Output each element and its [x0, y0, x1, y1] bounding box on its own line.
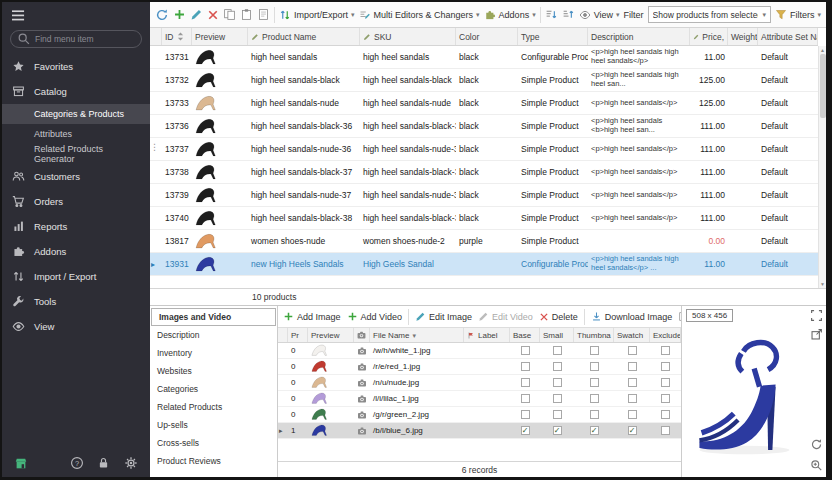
col-type[interactable]: Type — [518, 28, 588, 45]
set-resize-rule-button[interactable]: Set Resize Rule — [678, 311, 681, 322]
sidebar-item-categories-products[interactable]: Categories & Products — [2, 104, 150, 124]
products-scrollbar[interactable]: ▲ ▼ — [818, 46, 826, 288]
checkbox[interactable] — [661, 394, 670, 403]
col-color[interactable]: Color — [456, 28, 518, 45]
checkbox[interactable]: ✓ — [553, 426, 562, 435]
image-row[interactable]: ▸ 1 /b/l/blue_6.jpg ✓ ✓ ✓ ✓ — [278, 423, 681, 439]
sidebar-item-import-export[interactable]: Import / Export — [2, 264, 150, 289]
image-row[interactable]: 0 /w/h/white_1.jpg — [278, 343, 681, 359]
tab-categories[interactable]: Categories — [150, 380, 277, 398]
sidebar-item-customers[interactable]: Customers — [2, 164, 150, 189]
gear-icon[interactable] — [124, 456, 138, 470]
product-row[interactable]: 13733 high heel sandals-nude high heel s… — [150, 92, 818, 115]
checkbox[interactable] — [553, 346, 562, 355]
checkbox[interactable] — [521, 378, 530, 387]
checkbox[interactable] — [553, 362, 562, 371]
refresh-button[interactable] — [155, 8, 169, 22]
col-thumbnail[interactable]: Thumbna — [574, 328, 614, 342]
product-row[interactable]: 13731 high heel sandals high heel sandal… — [150, 46, 818, 69]
sidebar-item-favorites[interactable]: Favorites — [2, 54, 150, 79]
add-image-button[interactable]: Add Image — [283, 311, 341, 322]
checkbox[interactable] — [661, 362, 670, 371]
checkbox[interactable] — [628, 394, 637, 403]
col-attribute-set[interactable]: Attribute Set Name — [758, 28, 818, 45]
product-row[interactable]: ▸ 13931 new High Heels Sandals High Geel… — [150, 253, 818, 276]
addons-button[interactable]: Addons▾ — [484, 9, 536, 21]
checkbox[interactable] — [521, 410, 530, 419]
view-button[interactable]: View▾ — [579, 9, 620, 21]
image-row[interactable]: 0 /l/i/lilac_1.jpg — [278, 391, 681, 407]
product-row[interactable]: 13738 high heel sandals-black-37 high he… — [150, 161, 818, 184]
fullscreen-icon[interactable] — [810, 309, 823, 322]
sidebar-item-related-products-generator[interactable]: Related Products Generator — [2, 144, 150, 164]
image-row[interactable]: 0 /n/u/nude.jpg — [278, 375, 681, 391]
tab-cross-sells[interactable]: Cross-sells — [150, 434, 277, 452]
product-row[interactable]: 13737 high heel sandals-nude-36 high hee… — [150, 138, 818, 161]
copy-button[interactable] — [223, 8, 236, 21]
image-row[interactable]: 0 /r/e/red_1.jpg — [278, 359, 681, 375]
scroll-down-arrow[interactable]: ▼ — [820, 280, 825, 288]
hamburger-menu-button[interactable] — [2, 2, 150, 28]
checkbox[interactable]: ✓ — [628, 426, 637, 435]
checkbox[interactable] — [590, 394, 599, 403]
col-weight[interactable]: Weight — [728, 28, 758, 45]
checkbox[interactable] — [521, 362, 530, 371]
tab-inventory[interactable]: Inventory — [150, 344, 277, 362]
add-video-button[interactable]: Add Video — [347, 311, 402, 322]
col-file-name[interactable]: File Name▾ — [370, 328, 464, 342]
checkbox[interactable] — [590, 410, 599, 419]
delete-image-button[interactable]: Delete — [539, 312, 578, 322]
tab-product-reviews[interactable]: Product Reviews — [150, 452, 277, 470]
col-base[interactable]: Base — [510, 328, 540, 342]
edit-product-button[interactable] — [190, 8, 203, 21]
checkbox[interactable] — [628, 346, 637, 355]
import-export-button[interactable]: Import/Export▾ — [279, 9, 355, 21]
checkbox[interactable] — [553, 378, 562, 387]
product-row[interactable]: 13739 high heel sandals-nude-37 high hee… — [150, 184, 818, 207]
sidebar-item-view[interactable]: View — [2, 314, 150, 339]
sidebar-search[interactable] — [10, 30, 142, 48]
download-image-button[interactable]: Download Image — [591, 311, 673, 322]
checkbox[interactable] — [590, 346, 599, 355]
col-product-name[interactable]: Product Name — [248, 28, 360, 45]
sidebar-item-attributes[interactable]: Attributes — [2, 124, 150, 144]
sidebar-item-tools[interactable]: Tools — [2, 289, 150, 314]
col-swatch[interactable]: Swatch — [614, 328, 650, 342]
tab-description[interactable]: Description — [150, 326, 277, 344]
checkbox[interactable] — [661, 378, 670, 387]
multi-editors-button[interactable]: Multi Editors & Changers▾ — [359, 9, 480, 21]
tab-websites[interactable]: Websites — [150, 362, 277, 380]
product-row[interactable]: 13736 high heel sandals-black-36 high he… — [150, 115, 818, 138]
col-label[interactable]: Label — [464, 328, 510, 342]
checkbox[interactable] — [661, 410, 670, 419]
filters-button[interactable]: Filters▾ — [775, 9, 821, 21]
product-row[interactable]: 13817 women shoes-nude women shoes-nude-… — [150, 230, 818, 253]
product-image[interactable] — [690, 328, 814, 468]
rotate-icon[interactable] — [810, 438, 823, 451]
paste-button[interactable] — [240, 8, 253, 21]
col-preview[interactable]: Preview — [308, 328, 354, 342]
checkbox[interactable] — [521, 346, 530, 355]
checkbox[interactable] — [628, 410, 637, 419]
sidebar-item-catalog[interactable]: Catalog — [2, 79, 150, 104]
lock-icon[interactable] — [97, 456, 111, 470]
edit-video-button[interactable]: Edit Video — [478, 311, 533, 322]
edit-image-button[interactable]: Edit Image — [415, 311, 472, 322]
checkbox[interactable] — [661, 426, 670, 435]
sort-descending-button[interactable] — [562, 8, 575, 21]
help-icon[interactable]: ? — [70, 456, 84, 470]
col-exclude[interactable]: Exclude — [650, 328, 681, 342]
delete-product-button[interactable] — [207, 9, 219, 21]
checkbox[interactable] — [661, 346, 670, 355]
image-row[interactable]: 0 /g/r/green_2.jpg — [278, 407, 681, 423]
sort-ascending-button[interactable] — [545, 8, 558, 21]
col-small[interactable]: Small — [540, 328, 574, 342]
image-size-field[interactable]: 508 x 456 — [686, 309, 733, 322]
product-row[interactable]: 13740 high heel sandals-black-38 high he… — [150, 207, 818, 230]
tab-images-and-video[interactable]: Images and Video — [151, 308, 276, 326]
checkbox[interactable] — [553, 394, 562, 403]
checkbox[interactable] — [553, 410, 562, 419]
checkbox[interactable] — [521, 394, 530, 403]
tab-up-sells[interactable]: Up-sells — [150, 416, 277, 434]
col-id[interactable]: ID — [162, 28, 192, 45]
